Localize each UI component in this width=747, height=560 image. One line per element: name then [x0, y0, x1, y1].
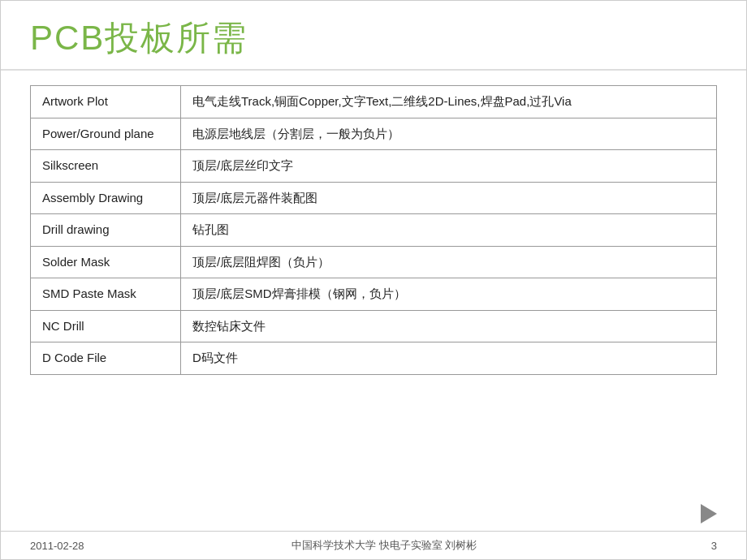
- table-cell-term: NC Drill: [31, 310, 181, 342]
- footer-center-text: 中国科学技术大学 快电子实验室 刘树彬: [84, 538, 685, 553]
- table-row: Assembly Drawing顶层/底层元器件装配图: [31, 182, 717, 214]
- table-cell-term: SMD Paste Mask: [31, 278, 181, 311]
- table-row: NC Drill数控钻床文件: [31, 310, 717, 342]
- table-cell-term: Silkscreen: [31, 150, 181, 183]
- table-cell-term: Power/Ground plane: [31, 118, 181, 150]
- slide-footer: 2011-02-28 中国科学技术大学 快电子实验室 刘树彬 3: [1, 531, 746, 559]
- table-row: Power/Ground plane电源层地线层（分割层，一般为负片）: [31, 118, 717, 150]
- slide-header: PCB投板所需: [1, 1, 746, 71]
- table-cell-description: 顶层/底层丝印文字: [181, 150, 717, 183]
- table-cell-description: 数控钻床文件: [181, 310, 717, 342]
- footer-date: 2011-02-28: [30, 540, 84, 552]
- table-row: Artwork Plot电气走线Track,铜面Copper,文字Text,二维…: [31, 86, 717, 118]
- footer-page-number: 3: [684, 540, 717, 552]
- table-cell-term: Assembly Drawing: [31, 182, 181, 214]
- table-cell-term: Solder Mask: [31, 246, 181, 278]
- table-cell-term: D Code File: [31, 342, 181, 375]
- table-cell-description: 顶层/底层阻焊图（负片）: [181, 246, 717, 278]
- table-cell-description: 电气走线Track,铜面Copper,文字Text,二维线2D-Lines,焊盘…: [181, 86, 717, 118]
- slide-title: PCB投板所需: [30, 15, 717, 61]
- table-cell-description: 顶层/底层元器件装配图: [181, 182, 717, 214]
- table-cell-description: 钻孔图: [181, 214, 717, 247]
- table-row: Silkscreen顶层/底层丝印文字: [31, 150, 717, 183]
- table-cell-description: D码文件: [181, 342, 717, 375]
- nav-arrow-container[interactable]: [701, 504, 717, 527]
- table-cell-term: Drill drawing: [31, 214, 181, 247]
- data-table: Artwork Plot电气走线Track,铜面Copper,文字Text,二维…: [30, 85, 717, 375]
- slide-content: Artwork Plot电气走线Track,铜面Copper,文字Text,二维…: [1, 71, 746, 531]
- table-cell-description: 电源层地线层（分割层，一般为负片）: [181, 118, 717, 150]
- table-row: SMD Paste Mask顶层/底层SMD焊膏排模（钢网，负片）: [31, 278, 717, 311]
- slide-container: PCB投板所需 Artwork Plot电气走线Track,铜面Copper,文…: [0, 0, 747, 560]
- table-row: D Code FileD码文件: [31, 342, 717, 375]
- next-arrow-icon[interactable]: [701, 504, 717, 523]
- table-cell-description: 顶层/底层SMD焊膏排模（钢网，负片）: [181, 278, 717, 311]
- table-row: Drill drawing钻孔图: [31, 214, 717, 247]
- table-cell-term: Artwork Plot: [31, 86, 181, 118]
- table-row: Solder Mask顶层/底层阻焊图（负片）: [31, 246, 717, 278]
